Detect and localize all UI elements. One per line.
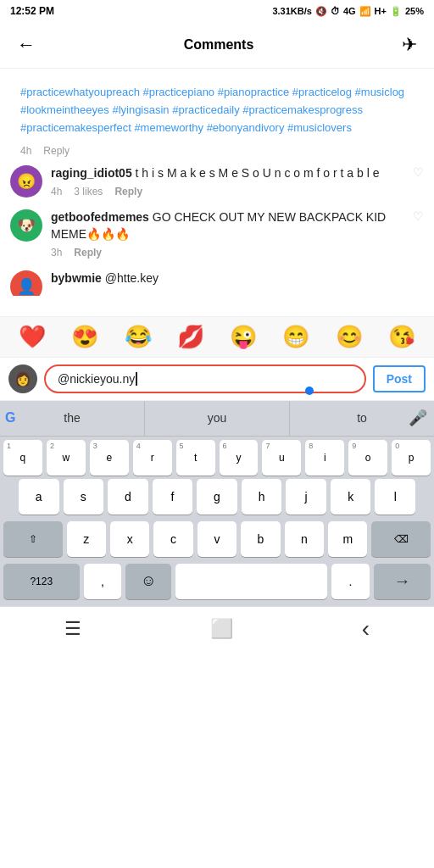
cursor xyxy=(136,372,137,386)
reply-button-c2[interactable]: Reply xyxy=(114,186,142,198)
avatar: 🐶 xyxy=(10,209,42,242)
comment-meta: 4h 3 likes Reply xyxy=(51,186,404,198)
key-8[interactable]: 8i xyxy=(305,440,344,476)
row-asdf: a s d f g h j k l xyxy=(0,476,434,518)
home-icon[interactable]: ⬜ xyxy=(210,618,233,640)
suggestions-row: G the you to 🎤 xyxy=(0,401,434,437)
key-1[interactable]: 1q xyxy=(3,440,42,476)
emoji-blush[interactable]: 😘 xyxy=(388,324,415,350)
reply-button-c3[interactable]: Reply xyxy=(74,247,102,259)
key-5[interactable]: 5t xyxy=(176,440,215,476)
emoji-kiss[interactable]: 💋 xyxy=(177,324,204,350)
key-v[interactable]: v xyxy=(198,521,236,557)
key-z[interactable]: z xyxy=(67,521,106,557)
key-s[interactable]: s xyxy=(64,479,104,515)
key-6[interactable]: 6y xyxy=(220,440,259,476)
menu-icon[interactable]: ☰ xyxy=(64,618,81,640)
comments-section: #practicewhatyoupreach #practicepiano #p… xyxy=(0,69,434,316)
like-icon[interactable]: ♡ xyxy=(413,209,424,223)
key-x[interactable]: x xyxy=(110,521,149,557)
mic-icon[interactable]: 🎤 xyxy=(409,409,427,427)
like-icon[interactable]: ♡ xyxy=(413,165,424,179)
back-button[interactable]: ← xyxy=(14,31,39,59)
emoji-grin[interactable]: 😁 xyxy=(282,324,309,350)
number-row: 1q 2w 3e 4r 5t 6y 7u 8i 9o 0p xyxy=(0,437,434,476)
key-2[interactable]: 2w xyxy=(47,440,86,476)
keyboard: G the you to 🎤 1q 2w 3e 4r 5t 6y xyxy=(0,401,434,606)
cursor-dot xyxy=(305,387,314,395)
key-7[interactable]: 7u xyxy=(262,440,301,476)
comment-text: getboofedmemes GO CHECK OUT MY NEW BACKP… xyxy=(51,209,404,242)
delete-key[interactable]: ⌫ xyxy=(371,521,431,557)
key-3[interactable]: 3e xyxy=(90,440,129,476)
emoji-smile[interactable]: 😊 xyxy=(336,324,363,350)
key-9[interactable]: 9o xyxy=(348,440,387,476)
key-l[interactable]: l xyxy=(375,479,415,515)
row-bottom: ?123 , ☺ . → xyxy=(0,560,434,606)
send-button[interactable]: ✈ xyxy=(398,31,420,59)
comment-input[interactable]: @nickieyou.ny xyxy=(58,372,135,386)
key-f[interactable]: f xyxy=(153,479,193,515)
page-title: Comments xyxy=(184,37,254,53)
status-bar: 12:52 PM 3.31KB/s 🔇 ⏱ 4G 📶 H+ 🔋 25% xyxy=(0,0,434,22)
status-icons: 3.31KB/s 🔇 ⏱ 4G 📶 H+ 🔋 25% xyxy=(272,6,424,17)
space-key[interactable] xyxy=(175,564,327,599)
suggestion-you[interactable]: you xyxy=(145,401,290,436)
emoji-wink[interactable]: 😜 xyxy=(230,324,257,350)
suggestion-the[interactable]: G the xyxy=(0,401,145,436)
bottom-nav: ☰ ⬜ ‹ xyxy=(0,606,434,648)
back-nav-icon[interactable]: ‹ xyxy=(362,615,370,643)
emoji-love-eyes[interactable]: 😍 xyxy=(71,324,98,350)
emoji-laugh[interactable]: 😂 xyxy=(125,324,152,350)
comment-row: 👤 bybwmie @htte.key xyxy=(10,270,424,296)
key-n[interactable]: n xyxy=(285,521,324,557)
comment-row: 🐶 getboofedmemes GO CHECK OUT MY NEW BAC… xyxy=(10,209,424,258)
comment-input-bar: 👩 @nickieyou.ny Post xyxy=(0,358,434,401)
comment-row: 😠 raging_idiot05 t h i s M a k e s M e S… xyxy=(10,165,424,198)
key-d[interactable]: d xyxy=(108,479,148,515)
user-avatar: 👩 xyxy=(8,364,37,393)
key-h[interactable]: h xyxy=(242,479,282,515)
key-4[interactable]: 4r xyxy=(133,440,172,476)
symbols-key[interactable]: ?123 xyxy=(3,564,80,599)
key-j[interactable]: j xyxy=(286,479,326,515)
period-key[interactable]: . xyxy=(331,564,370,599)
return-key[interactable]: → xyxy=(374,564,431,599)
header: ← Comments ✈ xyxy=(0,22,434,69)
comment-hashtags: #practicewhatyoupreach #practicepiano #p… xyxy=(10,77,424,143)
comment-meta-hashtags: 4h Reply xyxy=(10,143,424,165)
key-0[interactable]: 0p xyxy=(392,440,431,476)
comment-input-wrapper[interactable]: @nickieyou.ny xyxy=(44,364,366,393)
emoji-bar: ❤️ 😍 😂 💋 😜 😁 😊 😘 xyxy=(0,316,434,358)
comma-key[interactable]: , xyxy=(84,564,122,599)
comment-text: raging_idiot05 t h i s M a k e s M e S o… xyxy=(51,165,404,182)
suggestion-to[interactable]: to 🎤 xyxy=(290,401,434,436)
avatar: 😠 xyxy=(10,165,42,198)
key-k[interactable]: k xyxy=(331,479,371,515)
row-zxcv: ⇧ z x c v b n m ⌫ xyxy=(0,518,434,560)
post-button[interactable]: Post xyxy=(373,365,426,392)
key-g[interactable]: g xyxy=(197,479,237,515)
reply-button-c1[interactable]: Reply xyxy=(43,145,70,157)
key-a[interactable]: a xyxy=(19,479,59,515)
key-m[interactable]: m xyxy=(328,521,367,557)
shift-key[interactable]: ⇧ xyxy=(3,521,63,557)
status-time: 12:52 PM xyxy=(10,5,54,17)
avatar: 👤 xyxy=(10,270,42,296)
key-c[interactable]: c xyxy=(153,521,192,557)
key-b[interactable]: b xyxy=(241,521,280,557)
comment-text: bybwmie @htte.key xyxy=(51,270,424,287)
comment-meta: 3h Reply xyxy=(51,247,404,259)
emoji-heart[interactable]: ❤️ xyxy=(19,324,46,350)
emoji-key[interactable]: ☺ xyxy=(125,564,171,599)
google-logo: G xyxy=(5,410,15,426)
